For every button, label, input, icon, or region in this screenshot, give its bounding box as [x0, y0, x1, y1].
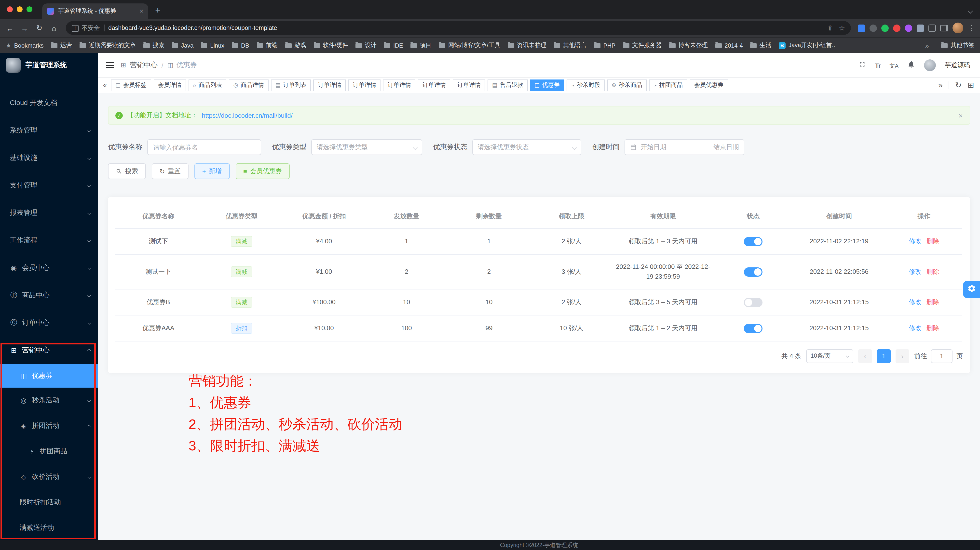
tab-groupon-product[interactable]: 拼团商品	[649, 79, 687, 91]
bookmark-folder[interactable]: 软件/硬件	[313, 41, 348, 49]
layout-grid-icon[interactable]	[967, 81, 974, 90]
bell-icon[interactable]	[907, 60, 915, 70]
tab-member-tag[interactable]: 会员标签	[111, 79, 151, 91]
fullscreen-icon[interactable]	[859, 60, 866, 70]
status-toggle[interactable]	[744, 267, 762, 276]
home-button[interactable]	[49, 24, 59, 32]
bookmark-folder[interactable]: 前端	[256, 41, 278, 49]
zoom-window-button[interactable]	[27, 6, 32, 12]
sidebar-item-bargain[interactable]: 砍价活动	[0, 464, 98, 490]
bookmark-folder[interactable]: 游戏	[285, 41, 306, 49]
tab-after-sale[interactable]: 售后退款	[488, 79, 528, 91]
bookmark-folder[interactable]: PHP	[594, 42, 616, 49]
bookmark-folder[interactable]: IDE	[384, 42, 403, 49]
sidebar-item-product[interactable]: 商品中心	[0, 282, 98, 309]
banner-link[interactable]: https://doc.iocoder.cn/mall/build/	[202, 112, 293, 119]
sidebar-item-promotion[interactable]: 营销中心	[0, 336, 98, 364]
next-page-button[interactable]: ›	[896, 349, 909, 363]
delete-link[interactable]: 删除	[926, 324, 939, 331]
address-bar[interactable]: 不安全 dashboard-vue3.yudao.iocoder.cn/prom…	[66, 21, 851, 35]
bookmark-folder[interactable]: 设计	[355, 41, 377, 49]
refresh-page-icon[interactable]	[955, 81, 962, 90]
sidebar-item-infra[interactable]: 基础设施	[0, 144, 98, 172]
delete-link[interactable]: 删除	[926, 268, 939, 275]
sidebar-item-pay[interactable]: 支付管理	[0, 172, 98, 199]
sidebar-item-groupon-product[interactable]: 拼团商品	[0, 439, 98, 464]
end-date-placehol­der[interactable]: 结束日期	[713, 143, 739, 152]
search-button[interactable]: 搜索	[108, 163, 146, 179]
sidebar-item-system[interactable]: 系统管理	[0, 117, 98, 144]
username[interactable]: 芋道源码	[945, 60, 970, 70]
reload-button[interactable]	[34, 24, 44, 32]
tab-order-detail[interactable]: 订单详情	[453, 79, 485, 91]
add-button[interactable]: 新增	[194, 163, 229, 179]
browser-menu-icon[interactable]	[968, 24, 975, 32]
bookmark-folder[interactable]: 2014-4	[715, 42, 743, 49]
security-indicator[interactable]: 不安全	[72, 24, 100, 32]
tab-seckill-product[interactable]: 秒杀商品	[607, 79, 647, 91]
extension-icon[interactable]	[881, 24, 889, 32]
browser-profile-avatar[interactable]	[953, 22, 963, 33]
collapse-sidebar-icon[interactable]	[106, 62, 114, 68]
sidebar-item-workflow[interactable]: 工作流程	[0, 227, 98, 254]
extension-icon[interactable]	[893, 24, 900, 32]
close-window-button[interactable]	[7, 6, 13, 12]
bookmark-folder[interactable]: 近期需要读的文章	[80, 41, 136, 49]
extension-icon[interactable]	[858, 24, 865, 32]
prev-page-button[interactable]: ‹	[858, 349, 872, 363]
edit-link[interactable]: 修改	[909, 237, 921, 244]
sidebar-item-member[interactable]: 会员中心	[0, 254, 98, 282]
tab-product-list[interactable]: 商品列表	[188, 79, 226, 91]
extension-icon[interactable]	[870, 24, 877, 32]
date-range-picker[interactable]: 开始日期 – 结束日期	[625, 139, 745, 155]
sidebar-item-discount-activity[interactable]: 限时折扣活动	[0, 490, 98, 515]
share-icon[interactable]	[827, 24, 833, 32]
extensions-puzzle-icon[interactable]	[928, 24, 936, 32]
back-button[interactable]	[5, 24, 15, 32]
extension-icon[interactable]	[905, 24, 912, 32]
side-panel-icon[interactable]	[940, 25, 948, 31]
app-logo[interactable]: 芋道管理系统	[0, 53, 98, 78]
bookmark-folder[interactable]: 文件服务器	[623, 41, 662, 49]
bookmark-folder[interactable]: 搜索	[143, 41, 164, 49]
user-avatar[interactable]	[924, 59, 936, 71]
tab-order-detail[interactable]: 订单详情	[348, 79, 381, 91]
bookmark-folder[interactable]: 其他语言	[554, 41, 587, 49]
minimize-window-button[interactable]	[17, 6, 22, 12]
tab-seckill-time[interactable]: 秒杀时段	[566, 79, 605, 91]
bookmark-star-icon[interactable]	[839, 24, 845, 32]
new-tab-button[interactable]	[155, 5, 160, 16]
start-date-placeholder[interactable]: 开始日期	[641, 143, 666, 152]
edit-link[interactable]: 修改	[909, 268, 921, 275]
tags-scroll-left-icon[interactable]	[103, 81, 107, 89]
tab-coupon-active[interactable]: 优惠券	[530, 79, 564, 91]
bookmark-folder[interactable]: 网站/博客/文章/工具	[439, 41, 500, 49]
coupon-status-select[interactable]: 请选择优惠券状态	[473, 139, 581, 155]
browser-tab[interactable]: 芋道管理系统 - 优惠券 ×	[42, 3, 148, 19]
tab-search-chevron-icon[interactable]	[968, 9, 973, 13]
sidebar-item-seckill[interactable]: 秒杀活动	[0, 388, 98, 413]
url-text[interactable]: dashboard-vue3.yudao.iocoder.cn/promotio…	[108, 25, 823, 32]
bookmark-folder[interactable]: 生活	[750, 41, 772, 49]
tab-member-coupon[interactable]: 会员优惠券	[690, 79, 728, 91]
tab-order-detail[interactable]: 订单详情	[418, 79, 450, 91]
reset-button[interactable]: 重置	[152, 163, 189, 179]
sidebar-item-report[interactable]: 报表管理	[0, 199, 98, 227]
sidebar-item-order[interactable]: 订单中心	[0, 309, 98, 336]
tags-scroll-right-icon[interactable]	[939, 81, 943, 90]
bookmark-folder[interactable]: Java	[172, 42, 194, 49]
tab-member-detail[interactable]: 会员详情	[153, 79, 186, 91]
bookmark-folder[interactable]: 资讯未整理	[508, 41, 546, 49]
close-tab-icon[interactable]: ×	[140, 7, 143, 15]
forward-button[interactable]	[20, 24, 29, 32]
edit-link[interactable]: 修改	[909, 324, 921, 331]
coupon-type-select[interactable]: 请选择优惠券类型	[311, 139, 422, 155]
member-coupon-button[interactable]: 会员优惠券	[235, 163, 290, 179]
locale-icon[interactable]	[889, 60, 899, 70]
sidebar-item-reward-activity[interactable]: 满减送活动	[0, 515, 98, 540]
goto-page-input[interactable]	[931, 349, 953, 363]
delete-link[interactable]: 删除	[926, 298, 939, 306]
delete-link[interactable]: 删除	[926, 237, 939, 244]
sidebar-item-cloud-docs[interactable]: Cloud 开发文档	[0, 89, 98, 117]
other-bookmarks-folder[interactable]: 其他书签	[941, 41, 974, 49]
